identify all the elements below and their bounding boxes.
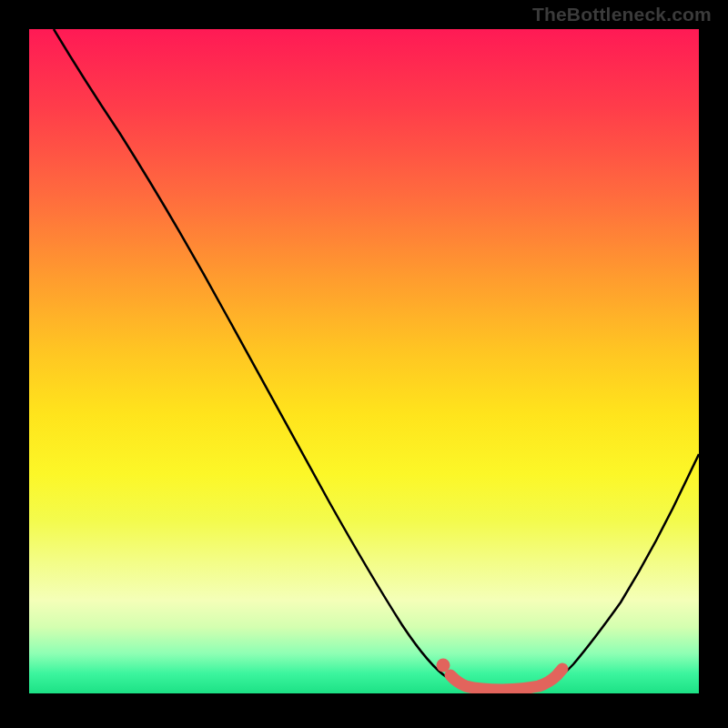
highlight-band [450, 669, 562, 690]
highlight-dot [437, 659, 450, 672]
curves-svg [29, 29, 699, 693]
chart-container: TheBottleneck.com [0, 0, 728, 728]
plot-area [29, 29, 699, 693]
watermark-text: TheBottleneck.com [532, 4, 712, 25]
left-curve [54, 29, 460, 682]
right-curve [551, 454, 699, 682]
